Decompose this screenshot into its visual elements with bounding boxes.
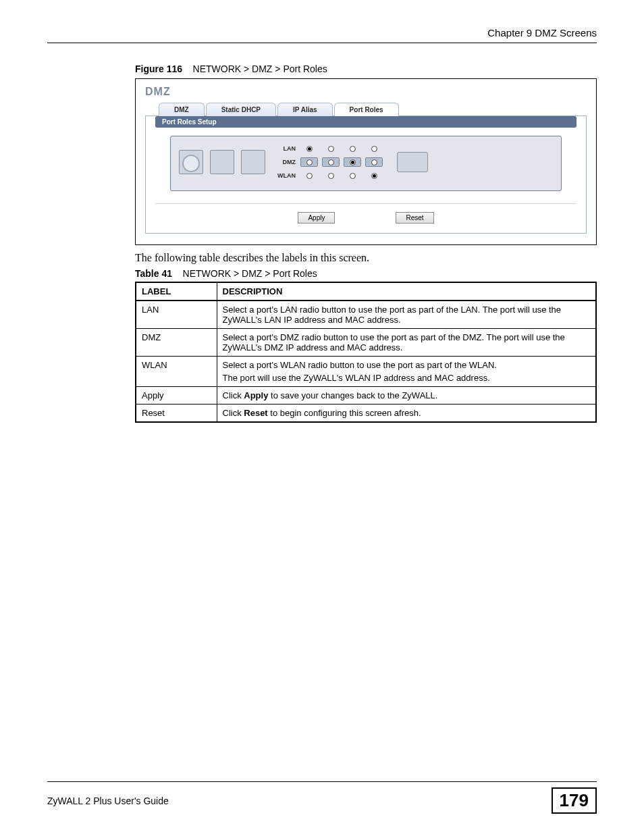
device-diagram: LAN DMZ WLAN bbox=[170, 136, 562, 191]
reset-button[interactable]: Reset bbox=[396, 212, 433, 224]
radio-dot-icon bbox=[350, 146, 356, 152]
port-role-radio[interactable] bbox=[365, 171, 383, 180]
port-icon bbox=[241, 150, 265, 174]
figure-caption: Figure 116 NETWORK > DMZ > Port Roles bbox=[135, 63, 597, 74]
panel: Port Roles Setup LAN DMZ WLAN bbox=[145, 116, 587, 234]
table-cell-description: Click Reset to begin configuring this sc… bbox=[217, 405, 596, 423]
port-icon bbox=[210, 150, 234, 174]
row-label-dmz: DMZ bbox=[277, 157, 296, 167]
port-role-radio[interactable] bbox=[344, 144, 361, 153]
radio-dot-icon bbox=[328, 159, 334, 165]
page-number: 179 bbox=[552, 787, 597, 814]
table-header-description: DESCRIPTION bbox=[217, 282, 596, 301]
intro-paragraph: The following table describes the labels… bbox=[135, 252, 597, 264]
port-role-radio[interactable] bbox=[344, 171, 361, 180]
radio-dot-icon bbox=[328, 173, 334, 179]
row-label-wlan: WLAN bbox=[277, 170, 296, 181]
radio-dot-icon bbox=[306, 146, 313, 152]
page-footer: ZyWALL 2 Plus User's Guide 179 bbox=[47, 781, 597, 814]
port-role-radio[interactable] bbox=[322, 171, 340, 180]
aux-port-icon bbox=[397, 152, 428, 172]
table-cell-label: WLAN bbox=[136, 357, 217, 387]
wan-port-icon bbox=[179, 150, 203, 174]
table-cell-label: DMZ bbox=[136, 329, 217, 357]
tabs: DMZ Static DHCP IP Alias Port Roles bbox=[145, 102, 587, 115]
table-header-label: LABEL bbox=[136, 282, 217, 301]
radio-dot-icon bbox=[371, 146, 377, 152]
radio-dot-icon bbox=[371, 159, 377, 165]
table-cell-description: Select a port's LAN radio button to use … bbox=[217, 301, 596, 329]
row-labels: LAN DMZ WLAN bbox=[277, 143, 296, 181]
apply-button[interactable]: Apply bbox=[298, 212, 335, 224]
radio-dot-icon bbox=[306, 159, 313, 165]
table-caption: Table 41 NETWORK > DMZ > Port Roles bbox=[135, 268, 597, 279]
table-cell-label: Reset bbox=[136, 405, 217, 423]
radio-dot-icon bbox=[350, 173, 356, 179]
tab-ip-alias[interactable]: IP Alias bbox=[277, 103, 333, 116]
radio-dot-icon bbox=[306, 173, 313, 179]
table-row: WLANSelect a port's WLAN radio button to… bbox=[136, 357, 596, 387]
tab-static-dhcp[interactable]: Static DHCP bbox=[206, 103, 276, 116]
table-row: DMZSelect a port's DMZ radio button to u… bbox=[136, 329, 596, 357]
port-role-radio[interactable] bbox=[322, 144, 340, 153]
table-cell-label: LAN bbox=[136, 301, 217, 329]
chapter-header: Chapter 9 DMZ Screens bbox=[47, 27, 597, 43]
port-role-radio[interactable] bbox=[300, 157, 318, 167]
figure-label: Figure 116 bbox=[135, 63, 182, 74]
table-cell-description: Select a port's DMZ radio button to use … bbox=[217, 329, 596, 357]
footer-guide-name: ZyWALL 2 Plus User's Guide bbox=[47, 796, 169, 806]
radio-dot-icon bbox=[350, 159, 356, 165]
port-role-radio[interactable] bbox=[300, 144, 318, 153]
table-cell-label: Apply bbox=[136, 387, 217, 405]
panel-header: Port Roles Setup bbox=[155, 116, 576, 128]
screenshot-window: DMZ DMZ Static DHCP IP Alias Port Roles … bbox=[135, 78, 597, 245]
radio-grid bbox=[300, 143, 383, 181]
table-cell-description: Select a port's WLAN radio button to use… bbox=[217, 357, 596, 387]
figure-title bbox=[185, 63, 193, 74]
screenshot-title: DMZ bbox=[145, 86, 587, 98]
port-role-radio[interactable] bbox=[322, 157, 340, 167]
table-title: NETWORK > DMZ > Port Roles bbox=[183, 268, 317, 279]
port-role-radio[interactable] bbox=[365, 144, 383, 153]
tab-port-roles[interactable]: Port Roles bbox=[334, 103, 399, 116]
radio-dot-icon bbox=[328, 146, 334, 152]
radio-dot-icon bbox=[371, 173, 377, 179]
port-role-radio[interactable] bbox=[344, 157, 361, 167]
table-cell-description: Click Apply to save your changes back to… bbox=[217, 387, 596, 405]
figure-title-text: NETWORK > DMZ > Port Roles bbox=[193, 63, 327, 74]
port-role-radio[interactable] bbox=[300, 171, 318, 180]
table-label: Table 41 bbox=[135, 268, 172, 279]
row-label-lan: LAN bbox=[277, 143, 296, 154]
port-role-radio[interactable] bbox=[365, 157, 383, 167]
table-row: LANSelect a port's LAN radio button to u… bbox=[136, 301, 596, 329]
table-row: ApplyClick Apply to save your changes ba… bbox=[136, 387, 596, 405]
tab-dmz[interactable]: DMZ bbox=[159, 103, 205, 116]
table-row: ResetClick Reset to begin configuring th… bbox=[136, 405, 596, 423]
description-table: LABEL DESCRIPTION LANSelect a port's LAN… bbox=[135, 282, 597, 423]
